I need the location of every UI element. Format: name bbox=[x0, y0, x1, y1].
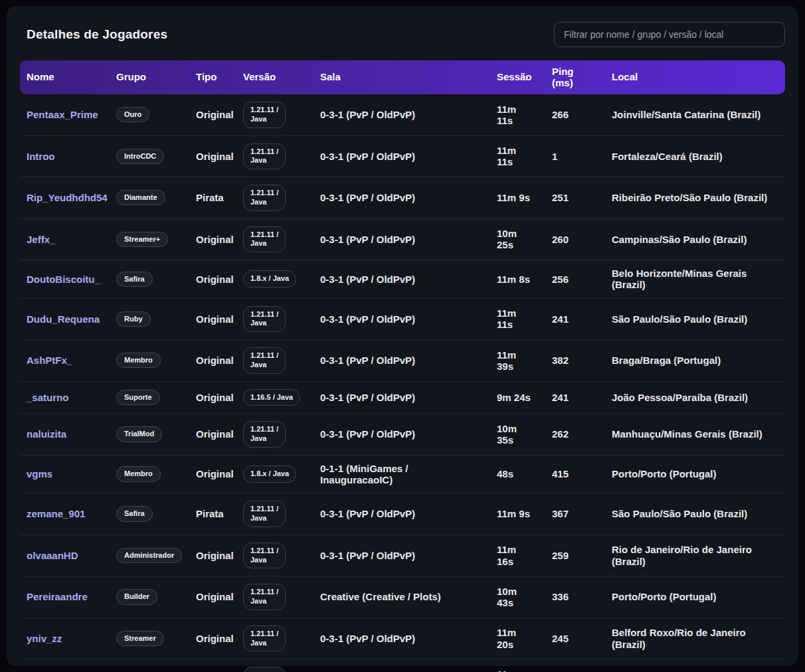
column-header-ping: Ping (ms) bbox=[545, 62, 605, 92]
group-cell: Membro bbox=[110, 345, 189, 375]
column-header-sessao: Sessão bbox=[490, 68, 545, 87]
group-cell: Suporte bbox=[110, 382, 189, 412]
group-cell: Safira bbox=[110, 264, 189, 294]
ping-cell: 415 bbox=[545, 461, 605, 487]
room-cell: 0-3-1 (PvP / OldPvP) bbox=[313, 143, 490, 169]
version-cell: 1.21.11 / Java bbox=[236, 177, 313, 218]
session-cell: 11m 20s bbox=[490, 620, 545, 657]
player-name-link[interactable]: Pentaax_Prime bbox=[20, 102, 110, 127]
ping-cell: 336 bbox=[545, 584, 605, 610]
version-cell: 1.21.11 / Java bbox=[236, 493, 313, 535]
room-cell: 0-3-1 (PvP / OldPvP) bbox=[313, 384, 490, 410]
group-badge: Ruby bbox=[116, 311, 151, 327]
session-cell: 11m 11s bbox=[490, 96, 545, 134]
group-badge: Streamer+ bbox=[116, 232, 168, 247]
version-cell: 1.8.x / Java bbox=[236, 263, 313, 295]
room-cell: 0-3-1 (PvP / OldPvP) bbox=[313, 347, 490, 373]
room-cell: 0-1-1 (MiniGames / InauguracaoIC) bbox=[313, 456, 490, 493]
version-pill: 1.21.11 / Java bbox=[243, 143, 286, 170]
type-cell: Pirata bbox=[189, 501, 236, 527]
table-row: DoutoBiscoitu_ Safira Original 1.8.x / J… bbox=[20, 260, 785, 298]
player-name-link[interactable]: AgeCheckk bbox=[20, 667, 110, 672]
table-body: Pentaax_Prime Ouro Original 1.21.11 / Ja… bbox=[20, 94, 785, 672]
session-cell: 11m 8s bbox=[490, 266, 545, 292]
local-cell: Campinas/São Paulo (Brazil) bbox=[605, 226, 785, 252]
group-cell: TrialMod bbox=[110, 665, 189, 672]
column-header-nome: Nome bbox=[20, 68, 110, 87]
local-cell: Santo André/São Paulo (Brazil) bbox=[605, 667, 785, 672]
local-cell: Fortaleza/Ceará (Brazil) bbox=[605, 143, 785, 169]
room-cell: 0-3-1 (PvP / OldPvP) bbox=[313, 667, 490, 672]
table-row: yniv_zz Streamer Original 1.21.11 / Java… bbox=[20, 618, 785, 659]
local-cell: Porto/Porto (Portugal) bbox=[605, 461, 785, 487]
group-badge: Membro bbox=[116, 353, 161, 368]
group-badge: Streamer bbox=[116, 631, 164, 646]
player-name-link[interactable]: _saturno bbox=[20, 384, 110, 410]
version-cell: 1.21.11 / Java bbox=[236, 659, 313, 672]
local-cell: Manhuaçu/Minas Gerais (Brazil) bbox=[605, 421, 785, 447]
table-header-row: Nome Grupo Tipo Versão Sala Sessão Ping … bbox=[20, 60, 785, 94]
group-cell: TrialMod bbox=[110, 419, 189, 449]
version-pill: 1.21.11 / Java bbox=[243, 501, 286, 527]
group-cell: IntroCDC bbox=[110, 141, 189, 171]
player-name-link[interactable]: naluizita bbox=[20, 421, 110, 447]
version-cell: 1.21.11 / Java bbox=[236, 576, 313, 618]
type-cell: Original bbox=[189, 584, 236, 610]
local-cell: João Pessoa/Paraíba (Brazil) bbox=[605, 384, 785, 410]
room-cell: 0-3-1 (PvP / OldPvP) bbox=[313, 266, 490, 292]
version-pill: 1.21.11 / Java bbox=[243, 102, 286, 128]
local-cell: Porto/Porto (Portugal) bbox=[605, 584, 785, 610]
player-name-link[interactable]: zemane_901 bbox=[20, 501, 110, 527]
filter-input[interactable] bbox=[554, 22, 785, 47]
table-row: AgeCheckk TrialMod Pirata 1.21.11 / Java… bbox=[20, 659, 785, 672]
player-name-link[interactable]: DoutoBiscoitu_ bbox=[20, 266, 110, 292]
group-cell: Diamante bbox=[110, 183, 189, 212]
room-cell: Creative (Creative / Plots) bbox=[313, 584, 490, 610]
local-cell: Belo Horizonte/Minas Gerais (Brazil) bbox=[605, 260, 785, 298]
group-cell: Membro bbox=[110, 459, 189, 489]
group-cell: Administrador bbox=[110, 541, 189, 570]
player-name-link[interactable]: Pereiraandre bbox=[20, 584, 110, 610]
type-cell: Original bbox=[189, 461, 236, 487]
local-cell: São Paulo/São Paulo (Brazil) bbox=[605, 306, 785, 332]
version-pill: 1.21.11 / Java bbox=[243, 421, 286, 448]
table-row: Pentaax_Prime Ouro Original 1.21.11 / Ja… bbox=[20, 94, 785, 135]
type-cell: Original bbox=[189, 102, 236, 127]
room-cell: 0-3-1 (PvP / OldPvP) bbox=[313, 501, 490, 527]
player-name-link[interactable]: Jeffx_ bbox=[20, 226, 110, 252]
ping-cell: 248 bbox=[545, 667, 605, 672]
group-cell: Ouro bbox=[110, 100, 189, 129]
version-cell: 1.21.11 / Java bbox=[236, 340, 313, 381]
group-badge: Membro bbox=[116, 466, 161, 481]
panel-header: Detalhes de Jogadores bbox=[27, 22, 785, 47]
session-cell: 11m 11s bbox=[490, 300, 545, 338]
room-cell: 0-3-1 (PvP / OldPvP) bbox=[313, 102, 490, 127]
group-badge: Builder bbox=[116, 589, 157, 604]
table-row: Jeffx_ Streamer+ Original 1.21.11 / Java… bbox=[20, 218, 785, 260]
version-pill: 1.21.11 / Java bbox=[243, 347, 286, 374]
room-cell: 0-3-1 (PvP / OldPvP) bbox=[313, 543, 490, 568]
ping-cell: 241 bbox=[545, 384, 605, 410]
room-cell: 0-3-1 (PvP / OldPvP) bbox=[313, 185, 490, 210]
player-name-link[interactable]: yniv_zz bbox=[20, 626, 110, 651]
version-cell: 1.21.11 / Java bbox=[236, 136, 313, 177]
session-cell: 10m 25s bbox=[490, 220, 545, 258]
version-pill: 1.16.5 / Java bbox=[243, 389, 300, 406]
player-name-link[interactable]: AshPtFx_ bbox=[20, 347, 110, 373]
group-cell: Ruby bbox=[110, 304, 189, 334]
room-cell: 0-3-1 (PvP / OldPvP) bbox=[313, 226, 490, 252]
player-name-link[interactable]: vgms bbox=[20, 461, 110, 487]
version-pill: 1.21.11 / Java bbox=[243, 667, 286, 672]
type-cell: Original bbox=[189, 384, 236, 410]
player-name-link[interactable]: Rip_Yeudhdhd54 bbox=[20, 185, 110, 210]
player-name-link[interactable]: Dudu_Requena bbox=[20, 306, 110, 332]
group-cell: Streamer+ bbox=[110, 224, 189, 254]
player-name-link[interactable]: Introo bbox=[20, 143, 110, 169]
column-header-grupo: Grupo bbox=[110, 68, 189, 87]
player-name-link[interactable]: olvaaanHD bbox=[20, 543, 110, 568]
version-pill: 1.21.11 / Java bbox=[243, 185, 286, 211]
ping-cell: 245 bbox=[545, 626, 605, 651]
version-cell: 1.21.11 / Java bbox=[236, 94, 313, 135]
version-cell: 1.21.11 / Java bbox=[236, 535, 313, 576]
version-pill: 1.21.11 / Java bbox=[243, 626, 286, 652]
